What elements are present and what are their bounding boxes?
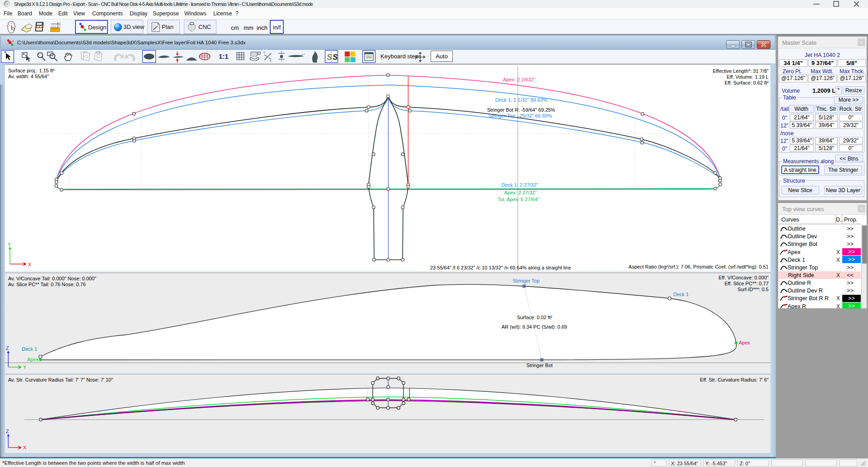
svg-text:Av. Slice PC** Tail: 0.76 Nos: Av. Slice PC** Tail: 0.76 Nose: 0.76 [8,282,86,287]
svg-text:Z: Z [6,345,9,351]
svg-text:Stringer Bot R: -59/64" 69.25%: Stringer Bot R: -59/64" 69.25% [487,107,555,113]
svg-text:x: x [270,59,272,62]
svg-text:Eff. Slice PC**: 0.77: Eff. Slice PC**: 0.77 [724,281,769,286]
svg-text:Eff. Volume: 1.19 L: Eff. Volume: 1.19 L [727,74,769,80]
svg-text:Surf-ID***: 0.5: Surf-ID***: 0.5 [737,287,769,292]
svg-text:Stringer Bot: Stringer Bot [526,363,553,368]
svg-text:Deck 1: Deck 1 [673,292,689,297]
svg-text:Deck 1: Deck 1 [22,346,37,352]
svg-text:1:1: 1:1 [219,52,229,60]
svg-text:Eff. Str. Curvature Radius: 7': Eff. Str. Curvature Radius: 7' 6" [700,377,769,382]
svg-text:Apex: Apex [739,340,751,345]
svg-text:Z: Z [6,429,9,434]
svg-text:Apex: 2 19/32": Apex: 2 19/32" [503,77,535,82]
svg-text:Deck 1: 2 1/32" 89.63%: Deck 1: 2 1/32" 89.63% [495,97,547,103]
svg-text:X: X [23,445,27,450]
svg-text:Effective Length*: 31 7/8": Effective Length*: 31 7/8" [713,68,769,74]
svg-text:S: S [333,53,338,61]
svg-text:Aspect Ratio (lng²/srf.): 7.0: Aspect Ratio (lng²/srf.): 7.06, Prismati… [629,264,769,269]
svg-text:AR (w/t): 9.34 PC (S/wt): 0.69: AR (w/t): 9.34 PC (S/wt): 0.69 [502,324,567,330]
svg-text:Y: Y [8,242,11,247]
svg-text:Deck 1: 2 27/32": Deck 1: 2 27/32" [502,182,538,188]
svg-text:x: x [263,51,265,54]
svg-text:Av. Str. Curvature Radius Tail: Av. Str. Curvature Radius Tail: 7' 7" No… [8,377,113,382]
svg-text:Stringer Top: Stringer Top [513,278,540,283]
svg-text:Eff. V/Concave: 0.000": Eff. V/Concave: 0.000" [718,275,769,280]
svg-text:Apex: 2 27/32": Apex: 2 27/32" [504,190,537,195]
svg-text:Surface proj.: 1.15 ft²: Surface proj.: 1.15 ft² [8,68,55,73]
svg-text:Av. V/Concave Tail: 0.000" Nos: Av. V/Concave Tail: 0.000" Nose: 0.000" [8,276,96,281]
svg-text:X: X [28,262,32,267]
svg-text:Surface: 0.02 ft²: Surface: 0.02 ft² [517,315,553,320]
svg-text:Keyboard steps: Keyboard steps [380,53,422,60]
svg-text:23 55/64" /t 6 23/32" /c 10 13: 23 55/64" /t 6 23/32" /c 10 13/32" /n 69… [430,265,571,270]
svg-text:Tot. Apex: 5 27/64": Tot. Apex: 5 27/64" [497,197,539,202]
svg-text:Stringer Top: -25/32" 66.69%: Stringer Top: -25/32" 66.69% [488,113,552,118]
svg-text:Eff. Surface: 0.62 ft²: Eff. Surface: 0.62 ft² [724,80,769,85]
svg-text:Y: Y [23,364,27,370]
svg-text:Apex: Apex [27,357,39,362]
svg-text:Av. width: 4 55/64": Av. width: 4 55/64" [8,74,49,79]
